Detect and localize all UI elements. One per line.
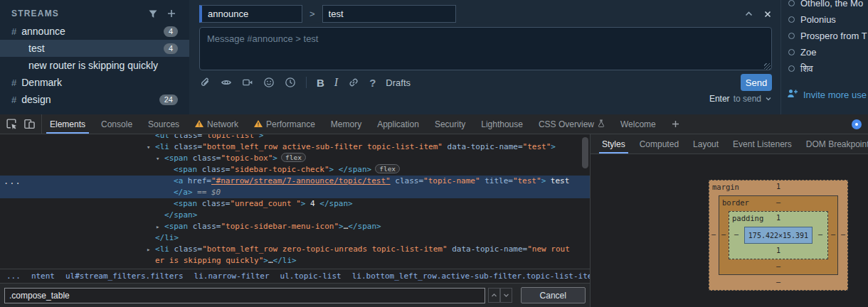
disclosure-arrow-icon[interactable]: ▸ xyxy=(147,244,155,255)
dom-tree-line[interactable]: <span class="unread_count "> 4 </span> xyxy=(0,198,590,210)
devtools-tab-css-overview[interactable]: CSS Overview xyxy=(531,114,613,134)
devtools-tab-lighthouse[interactable]: Lighthouse xyxy=(473,114,531,134)
bold-button[interactable]: B xyxy=(317,77,324,89)
code-token: title= xyxy=(480,176,513,185)
user-list-item[interactable]: Prospero from T xyxy=(781,28,868,44)
styles-tab-styles[interactable]: Styles xyxy=(595,134,633,154)
filter-streams-icon[interactable] xyxy=(148,9,158,18)
tab-label: Styles xyxy=(602,139,625,149)
flex-badge[interactable]: flex xyxy=(375,164,400,173)
devtools-tab-application[interactable]: Application xyxy=(369,114,427,134)
code-token: class= xyxy=(169,142,202,151)
code-token: span xyxy=(358,222,377,231)
dom-tree-line[interactable]: er is skipping quickly">…</li> xyxy=(0,255,590,266)
breadcrumb-item[interactable]: ntent xyxy=(31,271,55,281)
disclosure-arrow-icon[interactable]: ▸ xyxy=(156,221,164,232)
code-token: "topic-box" xyxy=(221,154,272,163)
dom-tree-line[interactable]: ▸<span class="topic-sidebar-menu-icon">…… xyxy=(0,221,590,232)
devtools-tab-performance[interactable]: Performance xyxy=(246,114,323,134)
dom-tree-line[interactable]: ▸<li class="bottom_left_row zero-topic-u… xyxy=(0,244,590,255)
devtools-tab-network[interactable]: Network xyxy=(187,114,246,134)
schedule-clock-button[interactable] xyxy=(285,77,296,88)
dom-tree-line[interactable]: </li> xyxy=(0,232,590,244)
dom-tree-line[interactable]: <span class="sidebar-topic-check"> </spa… xyxy=(0,164,590,176)
breadcrumb-item[interactable]: ul.topic-list xyxy=(280,271,342,281)
link-button[interactable] xyxy=(348,77,359,88)
devtools-notification-icon[interactable] xyxy=(852,119,862,129)
devtools-tab-console[interactable]: Console xyxy=(93,114,140,134)
flex-badge[interactable]: flex xyxy=(281,153,306,162)
disclosure-arrow-icon[interactable]: ▾ xyxy=(147,141,155,153)
inspect-element-icon[interactable] xyxy=(4,117,19,131)
styles-tab-dom-breakpoints[interactable]: DOM Breakpoints xyxy=(799,134,868,154)
stream-input[interactable] xyxy=(199,5,302,23)
video-call-button[interactable] xyxy=(242,77,253,88)
breadcrumb-item[interactable]: li.bottom_left_row.active-sub-filter.top… xyxy=(352,271,590,281)
styles-tab-event-listeners[interactable]: Event Listeners xyxy=(726,134,799,154)
code-token: href= xyxy=(183,176,211,185)
code-token: class= xyxy=(188,154,221,163)
devtools-tab-welcome[interactable]: Welcome xyxy=(613,114,664,134)
emoji-button[interactable] xyxy=(263,77,275,88)
send-button[interactable]: Send xyxy=(741,74,772,91)
sidebar-item-new-router-is-skipping-quickly[interactable]: new router is skipping quickly xyxy=(0,57,189,74)
find-previous-button[interactable] xyxy=(488,288,500,303)
devtools-tab-elements[interactable]: Elements xyxy=(42,114,93,134)
styles-tabs: StylesComputedLayoutEvent ListenersDOM B… xyxy=(591,134,868,154)
devtools-tab-security[interactable]: Security xyxy=(427,114,473,134)
box-model[interactable]: 175.422×15.391 margin border padding 1 –… xyxy=(709,180,848,291)
scrollbar-thumb[interactable] xyxy=(582,137,588,168)
breadcrumb-item[interactable]: li.narrow-filter xyxy=(194,271,270,281)
sidebar-item-denmark[interactable]: #Denmark xyxy=(0,74,189,91)
code-token: < xyxy=(155,244,160,254)
find-input[interactable] xyxy=(4,288,485,303)
cancel-button[interactable]: Cancel xyxy=(521,287,586,303)
breadcrumb-item[interactable]: ul#stream_filters.filters xyxy=(65,271,184,281)
message-formatting-help-button[interactable]: ? xyxy=(369,77,376,89)
sidebar-item-announce[interactable]: #announce4 xyxy=(0,23,189,40)
tab-label: Layout xyxy=(693,139,719,149)
drafts-button[interactable]: Drafts xyxy=(386,77,411,88)
dom-tree-line[interactable]: <ul class="topic-list"> xyxy=(0,134,590,141)
styles-tab-computed[interactable]: Computed xyxy=(633,134,686,154)
tree-scrollbar[interactable] xyxy=(582,136,588,266)
dom-tree-line[interactable]: </a> == $0 xyxy=(0,187,590,198)
resize-handle[interactable] xyxy=(764,63,771,70)
close-compose-icon[interactable] xyxy=(763,10,772,18)
add-stream-icon[interactable] xyxy=(166,9,176,18)
send-options-chevron-icon[interactable] xyxy=(765,94,772,104)
devtools-tab-sources[interactable]: Sources xyxy=(140,114,187,134)
invite-users-link[interactable]: Invite more use xyxy=(781,88,868,101)
user-list-item[interactable]: Zoe xyxy=(781,44,868,60)
send-options[interactable]: Enter to send xyxy=(709,94,772,104)
find-next-button[interactable] xyxy=(500,288,512,303)
disclosure-arrow-icon[interactable]: ▾ xyxy=(156,153,164,164)
user-list-item[interactable]: Othello, the Mo xyxy=(781,0,868,11)
attach-file-button[interactable] xyxy=(199,77,211,88)
devtools: ElementsConsoleSourcesNetworkPerformance… xyxy=(0,114,868,307)
user-list-item[interactable]: शिव xyxy=(781,60,868,77)
breadcrumb-item[interactable]: ... xyxy=(6,271,21,281)
topic-input[interactable] xyxy=(322,5,456,23)
tab-label: Elements xyxy=(50,119,85,129)
dom-tree-line[interactable]: ▾<span class="topic-box">flex xyxy=(0,153,590,164)
unread-badge: 24 xyxy=(159,95,178,105)
italic-button[interactable]: I xyxy=(334,76,338,89)
dom-tree-line[interactable]: </span> xyxy=(0,210,590,221)
dom-tree-line[interactable]: ▾<li class="bottom_left_row active-sub-f… xyxy=(0,141,590,153)
presence-circle-icon xyxy=(788,33,795,39)
code-token: data-topic-name= xyxy=(448,244,528,254)
sidebar-item-test[interactable]: test4 xyxy=(0,40,189,57)
collapse-compose-icon[interactable] xyxy=(744,10,753,18)
dom-tree-line[interactable]: <a href="#narrow/stream/7-announce/topic… xyxy=(0,176,590,187)
more-tabs-plus-icon[interactable] xyxy=(664,114,687,134)
preview-eye-button[interactable] xyxy=(221,77,232,88)
styles-tab-layout[interactable]: Layout xyxy=(686,134,726,154)
code-token: li xyxy=(160,142,169,151)
code-token: > xyxy=(174,233,179,242)
device-toolbar-icon[interactable] xyxy=(22,117,37,131)
user-list-item[interactable]: Polonius xyxy=(781,11,868,28)
sidebar-item-design[interactable]: #design24 xyxy=(0,91,189,108)
devtools-tab-memory[interactable]: Memory xyxy=(323,114,369,134)
message-input[interactable] xyxy=(199,27,772,70)
